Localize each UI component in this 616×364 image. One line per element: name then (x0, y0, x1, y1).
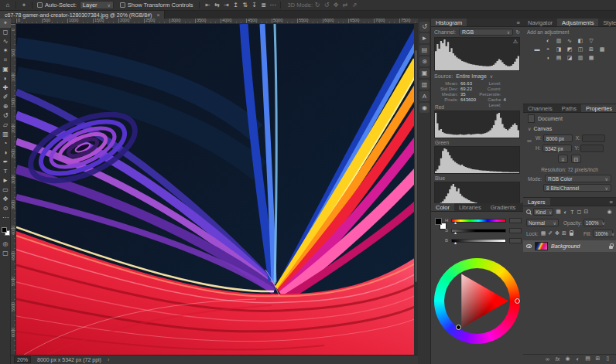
edit-toolbar-icon[interactable]: ⋯ (0, 213, 11, 223)
width-field[interactable]: 8000 px (543, 134, 573, 142)
saturation-brightness-handle[interactable] (456, 325, 461, 330)
document-canvas[interactable] (16, 24, 418, 355)
horizontal-ruler[interactable]: 0500100015002000250030003500400045005000… (16, 19, 418, 24)
bit-depth-dropdown[interactable]: 8 Bits/Channel ∨ (543, 184, 611, 192)
new-group-icon[interactable]: ▤ (584, 355, 591, 362)
crop-canvas-button[interactable]: ⌗ (558, 155, 568, 163)
channel-mixer-icon[interactable]: ◫ (577, 46, 585, 53)
cached-data-warning-icon[interactable]: ⚠ (513, 39, 518, 45)
lock-position-icon[interactable]: ✥ (554, 230, 561, 236)
tab-channels[interactable]: Channels (523, 104, 557, 112)
tool-preset-panel-icon[interactable]: ◉ (419, 103, 429, 113)
color-swatches[interactable] (2, 227, 10, 236)
3d-roll-icon[interactable]: ↺ (322, 2, 331, 9)
quick-selection-tool[interactable]: ✶ (0, 46, 11, 56)
tab-layers[interactable]: Layers (523, 198, 550, 206)
lock-icon[interactable] (570, 233, 573, 236)
brush-tool[interactable]: ✐ (0, 93, 11, 102)
3d-orbit-icon[interactable]: ↻ (313, 2, 322, 9)
slider-track[interactable]: ▲ (451, 219, 506, 223)
fill-field[interactable]: 100% ∨ (593, 230, 613, 237)
selective-color-icon[interactable]: ▦ (587, 54, 596, 61)
blur-tool[interactable]: ◔ (0, 139, 11, 148)
slider-track[interactable]: ▲ (451, 239, 506, 243)
ruler-corner[interactable] (11, 19, 16, 24)
distribute-icon[interactable]: ≣ (258, 2, 268, 9)
hue-handle[interactable] (515, 298, 520, 304)
foreground-color-swatch[interactable] (2, 227, 7, 233)
align-left-icon[interactable]: ⇤ (203, 2, 212, 9)
color-balance-icon[interactable]: ◓ (544, 46, 553, 53)
slider-thumb-icon[interactable]: ▲ (453, 230, 457, 235)
invert-icon[interactable]: ◖ (544, 54, 553, 61)
align-bottom-icon[interactable]: ↧ (249, 2, 258, 9)
filter-type-layers-icon[interactable]: T (569, 209, 576, 215)
tab-libraries[interactable]: Libraries (454, 203, 486, 211)
filter-pixel-layers-icon[interactable]: ▦ (555, 209, 562, 215)
lock-artboard-icon[interactable]: ⊞ (561, 230, 568, 236)
brush-settings-panel-icon[interactable]: ▤ (419, 45, 429, 55)
hand-tool[interactable]: ✥ (0, 195, 11, 204)
move-tool-icon[interactable]: ⌖ (19, 2, 29, 9)
crop-tool[interactable]: ⌗ (0, 56, 11, 65)
tab-adjustments[interactable]: Adjustments (557, 19, 598, 26)
new-layer-icon[interactable]: ⊞ (594, 355, 601, 362)
character-panel-icon[interactable]: A (419, 91, 429, 101)
slider-track[interactable]: ▲ (451, 229, 506, 233)
align-middle-vertical-icon[interactable]: ⇅ (240, 2, 249, 9)
layer-visibility-icon[interactable] (526, 244, 532, 248)
channel-dropdown[interactable]: RGB ∨ (459, 29, 513, 36)
pattern-icon[interactable]: ▩ (598, 46, 607, 53)
tab-styles[interactable]: Styles (598, 19, 616, 26)
exposure-icon[interactable]: ◧ (577, 37, 585, 44)
opacity-field[interactable]: 100% ∨ (583, 219, 604, 226)
document-tab[interactable]: c67-78 gamer-and-creator-1280307384.jpg … (0, 11, 165, 19)
levels-icon[interactable]: ▥ (555, 37, 563, 44)
kind-filter-dropdown[interactable]: Kind ∨ (533, 208, 553, 216)
layer-thumbnail[interactable] (535, 242, 548, 250)
canvas-artwork[interactable] (16, 24, 418, 355)
3d-scale-icon[interactable]: ⇗ (350, 2, 359, 9)
tab-navigator[interactable]: Navigator (523, 19, 557, 26)
color-wheel[interactable] (434, 258, 520, 344)
color-lookup-icon[interactable]: ⊞ (587, 46, 596, 53)
dodge-tool[interactable]: ◑ (0, 148, 11, 158)
align-top-icon[interactable]: ↥ (231, 2, 240, 9)
slider-value-field[interactable] (509, 238, 522, 243)
source-dropdown[interactable]: Entire Image (456, 73, 487, 79)
3d-slide-icon[interactable]: ⇄ (341, 2, 350, 9)
hue-saturation-icon[interactable]: ▬ (533, 46, 542, 53)
tab-gradients[interactable]: Gradients (486, 203, 521, 211)
color-slider-s[interactable]: S▲ (451, 228, 506, 233)
vertical-ruler[interactable]: 0500100015002000250030003500400045005000… (11, 24, 16, 355)
gradient-tool[interactable]: ▥ (0, 130, 11, 139)
tab-properties[interactable]: Properties (581, 104, 616, 112)
color-slider-b[interactable]: B▲ (451, 238, 506, 243)
posterize-icon[interactable]: ▤ (555, 54, 563, 61)
delete-layer-icon[interactable]: ▯ (604, 355, 611, 362)
panel-menu-icon[interactable]: ≡ (607, 198, 616, 206)
screen-mode-icon[interactable]: ▢ (0, 249, 11, 258)
link-dimensions-icon[interactable]: ∞ (527, 138, 532, 145)
layer-comps-panel-icon[interactable]: ▣ (419, 68, 429, 78)
clone-source-panel-icon[interactable]: ⊛ (419, 56, 429, 66)
curves-icon[interactable]: ∿ (566, 37, 574, 44)
filter-toggle-icon[interactable]: ◉ (606, 209, 613, 215)
notes-panel-icon[interactable]: ▥ (419, 80, 429, 90)
mode-dropdown[interactable]: RGB Color ∨ (545, 175, 611, 182)
close-icon[interactable]: × (156, 12, 159, 18)
black-and-white-icon[interactable]: ◨ (555, 46, 563, 53)
photo-filter-icon[interactable]: ◩ (566, 46, 574, 53)
lock-image-pixels-icon[interactable]: ✐ (547, 230, 554, 236)
height-field[interactable]: 5342 px (542, 145, 572, 152)
marquee-tool[interactable]: ◻ (0, 28, 11, 37)
lock-transparent-pixels-icon[interactable]: ▦ (540, 230, 547, 236)
threshold-icon[interactable]: ◪ (566, 54, 574, 61)
slider-thumb-icon[interactable]: ▲ (453, 240, 457, 245)
layer-row[interactable]: Background (523, 240, 616, 252)
layer-mask-icon[interactable]: ◉ (564, 355, 571, 362)
clone-stamp-tool[interactable]: ⊕ (0, 102, 11, 111)
brightness-contrast-icon[interactable]: ◐ (544, 37, 553, 44)
align-right-icon[interactable]: ⇥ (221, 2, 231, 9)
home-icon[interactable]: ⌂ (3, 2, 12, 9)
